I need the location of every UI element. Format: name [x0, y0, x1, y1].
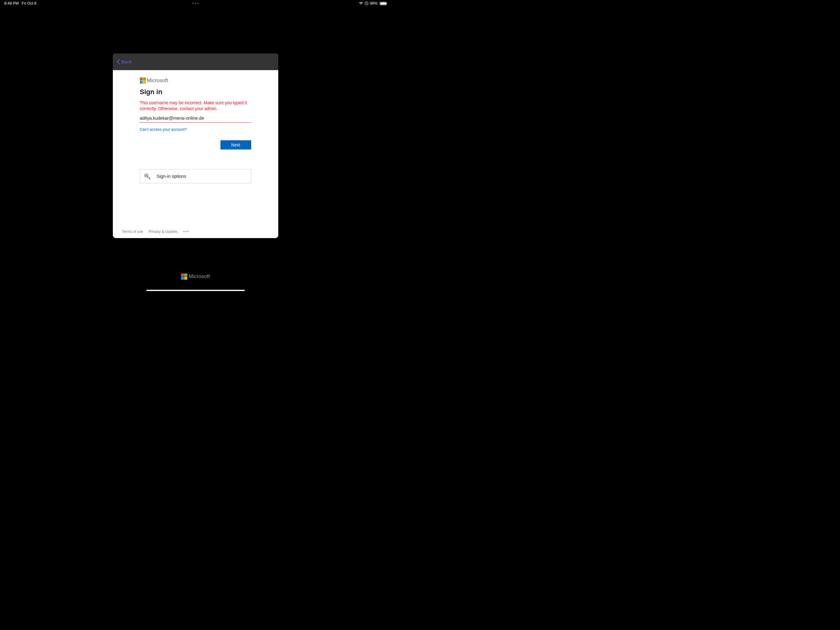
modal-body: Microsoft Sign in This username may be i…	[113, 70, 278, 225]
status-date: Fri Oct 6	[22, 1, 36, 6]
signin-options-label: Sign-in options	[157, 174, 186, 179]
signin-title: Sign in	[140, 88, 251, 96]
status-bar: 6:49 PM Fri Oct 6 98%	[0, 0, 391, 7]
footer-more-icon[interactable]: •••	[183, 229, 189, 234]
microsoft-logo-icon	[140, 78, 146, 84]
signin-options-button[interactable]: Sign-in options	[140, 169, 251, 184]
next-button[interactable]: Next	[221, 140, 251, 149]
svg-point-0	[361, 4, 361, 5]
chevron-left-icon	[117, 59, 120, 65]
modal-header: Back	[113, 54, 278, 70]
status-time: 6:49 PM	[4, 1, 19, 6]
key-icon	[144, 173, 153, 180]
status-left: 6:49 PM Fri Oct 6	[4, 1, 36, 6]
bottom-microsoft-brand: Microsoft	[181, 274, 210, 280]
microsoft-logo-icon	[181, 274, 187, 280]
cant-access-link[interactable]: Can't access your account?	[140, 127, 187, 131]
microsoft-logo-text: Microsoft	[147, 78, 168, 84]
privacy-link[interactable]: Privacy & cookies	[148, 230, 178, 234]
home-indicator[interactable]	[146, 290, 245, 291]
modal-footer: Terms of use Privacy & cookies •••	[113, 225, 278, 238]
terms-link[interactable]: Terms of use	[122, 230, 143, 234]
status-right: 98%	[359, 1, 387, 6]
microsoft-logo: Microsoft	[140, 78, 251, 84]
signin-modal: Back Microsoft Sign in This username may…	[113, 54, 278, 238]
email-input[interactable]	[140, 114, 251, 123]
error-message: This username may be incorrect. Make sur…	[140, 100, 251, 112]
svg-point-2	[146, 175, 147, 176]
wifi-icon	[359, 2, 363, 5]
back-label: Back	[122, 59, 132, 65]
battery-percentage: 98%	[370, 1, 377, 6]
bottom-brand-text: Microsoft	[189, 274, 210, 280]
battery-icon	[380, 2, 387, 5]
button-row: Next	[140, 140, 251, 149]
orientation-lock-icon	[365, 2, 368, 5]
multitasking-dots-icon[interactable]	[193, 3, 199, 4]
back-button[interactable]: Back	[117, 59, 132, 65]
